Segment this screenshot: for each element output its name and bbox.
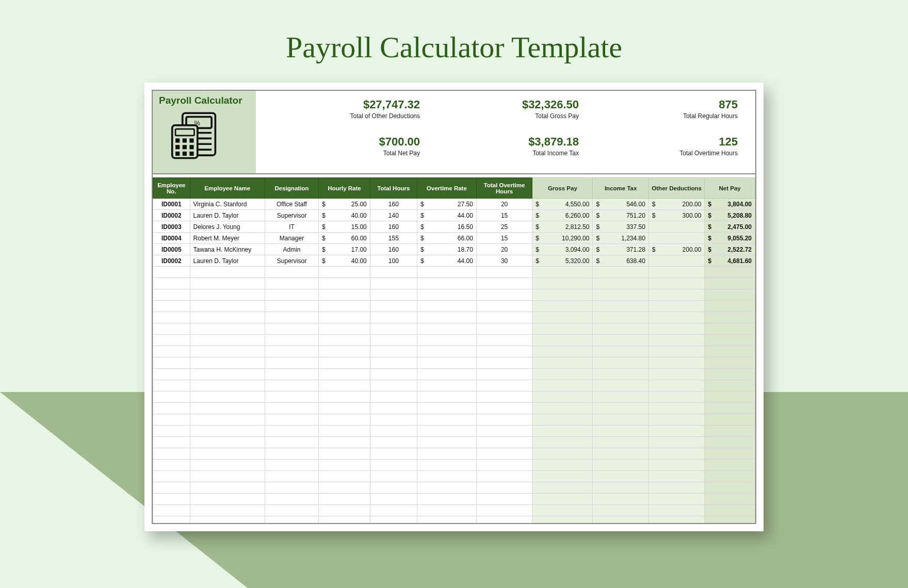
cell[interactable] bbox=[593, 448, 648, 460]
cell[interactable] bbox=[153, 471, 190, 482]
cell[interactable]: $337.50 bbox=[593, 221, 648, 233]
cell[interactable] bbox=[153, 369, 190, 380]
cell[interactable] bbox=[265, 494, 318, 505]
cell[interactable] bbox=[370, 391, 417, 403]
cell[interactable] bbox=[532, 278, 593, 289]
cell[interactable]: $18.70 bbox=[417, 244, 476, 255]
cell-hours[interactable]: 100 bbox=[370, 255, 417, 267]
cell[interactable] bbox=[265, 312, 318, 323]
cell[interactable] bbox=[593, 437, 648, 448]
cell[interactable] bbox=[370, 267, 417, 278]
cell[interactable] bbox=[648, 471, 704, 482]
cell[interactable]: $371.28 bbox=[593, 244, 648, 255]
cell[interactable] bbox=[648, 357, 704, 369]
cell[interactable] bbox=[319, 471, 370, 482]
cell[interactable] bbox=[417, 380, 476, 391]
cell[interactable] bbox=[265, 505, 318, 516]
cell[interactable] bbox=[370, 289, 417, 301]
cell[interactable] bbox=[476, 516, 532, 525]
cell[interactable] bbox=[319, 323, 370, 335]
cell[interactable] bbox=[705, 335, 755, 346]
cell[interactable]: $5,320.00 bbox=[532, 255, 593, 267]
cell[interactable] bbox=[153, 437, 190, 448]
cell[interactable] bbox=[705, 357, 755, 369]
cell[interactable] bbox=[417, 460, 476, 471]
cell-id[interactable]: ID0005 bbox=[153, 244, 190, 255]
cell[interactable] bbox=[265, 346, 318, 357]
cell-hours[interactable]: 160 bbox=[370, 199, 417, 210]
cell[interactable] bbox=[593, 391, 648, 403]
cell[interactable] bbox=[265, 369, 318, 380]
cell[interactable] bbox=[705, 323, 755, 335]
cell[interactable] bbox=[593, 460, 648, 471]
cell[interactable] bbox=[532, 516, 593, 525]
cell[interactable] bbox=[648, 335, 704, 346]
cell[interactable] bbox=[417, 437, 476, 448]
cell-name[interactable]: Virginia C. Stanford bbox=[190, 199, 265, 210]
cell[interactable] bbox=[476, 357, 532, 369]
cell-desg[interactable]: IT bbox=[265, 221, 318, 233]
cell[interactable] bbox=[593, 516, 648, 525]
cell-net[interactable]: $2,475.00 bbox=[705, 221, 755, 233]
cell[interactable] bbox=[532, 448, 593, 460]
cell[interactable] bbox=[648, 255, 704, 267]
cell[interactable] bbox=[648, 323, 704, 335]
cell[interactable] bbox=[417, 391, 476, 403]
cell[interactable] bbox=[705, 414, 755, 426]
cell[interactable] bbox=[370, 448, 417, 460]
cell[interactable] bbox=[476, 403, 532, 414]
cell[interactable]: $66.00 bbox=[417, 233, 476, 244]
cell[interactable] bbox=[370, 414, 417, 426]
cell[interactable] bbox=[648, 460, 704, 471]
cell[interactable] bbox=[153, 289, 190, 301]
cell[interactable] bbox=[265, 471, 318, 482]
cell[interactable] bbox=[417, 278, 476, 289]
cell[interactable]: $300.00 bbox=[648, 210, 704, 221]
cell[interactable] bbox=[265, 403, 318, 414]
cell[interactable] bbox=[705, 391, 755, 403]
cell[interactable]: $15.00 bbox=[319, 221, 370, 233]
cell[interactable] bbox=[370, 426, 417, 437]
cell[interactable] bbox=[648, 516, 704, 525]
cell-desg[interactable]: Supervisor bbox=[265, 210, 318, 221]
cell[interactable] bbox=[648, 403, 704, 414]
cell[interactable]: $638.40 bbox=[593, 255, 648, 267]
cell[interactable] bbox=[532, 471, 593, 482]
cell[interactable] bbox=[153, 505, 190, 516]
cell[interactable] bbox=[370, 516, 417, 525]
cell[interactable] bbox=[370, 471, 417, 482]
cell[interactable] bbox=[417, 289, 476, 301]
cell[interactable] bbox=[705, 494, 755, 505]
cell[interactable]: $1,234.80 bbox=[593, 233, 648, 244]
cell[interactable] bbox=[532, 357, 593, 369]
cell[interactable] bbox=[153, 414, 190, 426]
cell[interactable] bbox=[705, 403, 755, 414]
cell-ohours[interactable]: 30 bbox=[476, 255, 532, 267]
cell-hours[interactable]: 140 bbox=[370, 210, 417, 221]
cell-desg[interactable]: Manager bbox=[265, 233, 318, 244]
cell[interactable] bbox=[648, 482, 704, 494]
cell[interactable] bbox=[153, 312, 190, 323]
cell[interactable] bbox=[476, 369, 532, 380]
cell[interactable] bbox=[476, 380, 532, 391]
cell[interactable] bbox=[476, 460, 532, 471]
cell[interactable] bbox=[153, 482, 190, 494]
cell[interactable] bbox=[265, 437, 318, 448]
cell[interactable] bbox=[153, 494, 190, 505]
cell[interactable] bbox=[648, 494, 704, 505]
cell[interactable] bbox=[705, 505, 755, 516]
cell[interactable] bbox=[593, 335, 648, 346]
cell[interactable] bbox=[319, 278, 370, 289]
cell[interactable] bbox=[476, 335, 532, 346]
cell[interactable] bbox=[153, 380, 190, 391]
cell[interactable] bbox=[532, 505, 593, 516]
cell[interactable] bbox=[532, 267, 593, 278]
cell[interactable] bbox=[265, 335, 318, 346]
cell[interactable] bbox=[705, 426, 755, 437]
cell-name[interactable]: Lauren D. Taylor bbox=[190, 210, 265, 221]
cell[interactable] bbox=[648, 369, 704, 380]
cell[interactable] bbox=[153, 323, 190, 335]
cell[interactable] bbox=[319, 380, 370, 391]
cell[interactable] bbox=[648, 289, 704, 301]
cell[interactable] bbox=[648, 437, 704, 448]
